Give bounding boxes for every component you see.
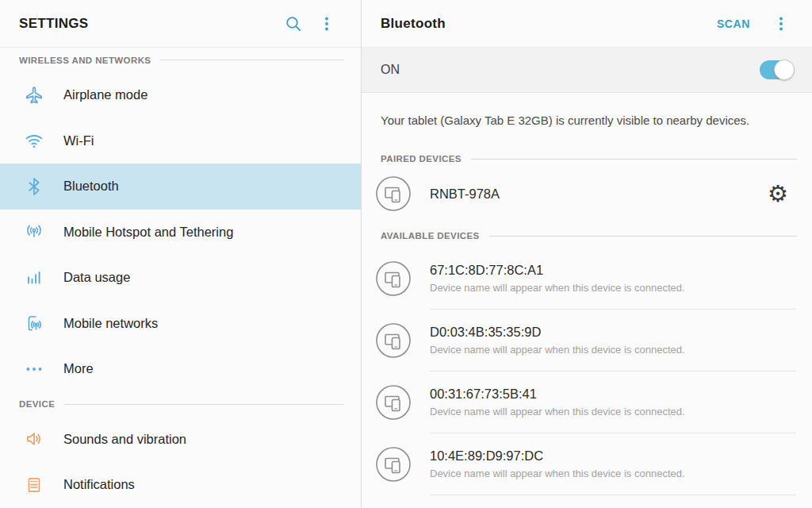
settings-panel: SETTINGS WIRELESS AND NETWORKS — [0, 0, 362, 508]
scan-button[interactable]: SCAN — [717, 17, 750, 30]
device-text: D0:03:4B:35:35:9D Device name will appea… — [430, 325, 685, 357]
section-label-available-devices: AVAILABLE DEVICES — [362, 217, 812, 248]
sidebar-item-label: Notifications — [63, 477, 135, 492]
device-mac: 67:1C:8D:77:8C:A1 — [430, 263, 685, 278]
bluetooth-menu-icon[interactable] — [771, 13, 791, 34]
visibility-row: Your tablet (Galaxy Tab E 32GB) is curre… — [362, 93, 812, 147]
more-dots-icon — [24, 359, 44, 379]
bluetooth-header: Bluetooth SCAN — [362, 0, 812, 48]
settings-app: SETTINGS WIRELESS AND NETWORKS — [0, 0, 812, 508]
device-icon — [375, 446, 412, 483]
data-usage-icon — [24, 267, 44, 288]
device-icon — [375, 175, 412, 212]
device-icon — [375, 260, 412, 297]
power-label: ON — [381, 63, 400, 77]
sidebar-item-label: More — [63, 361, 94, 376]
device-subtitle: Device name will appear when this device… — [430, 406, 685, 418]
section-label-wireless: WIRELESS AND NETWORKS — [0, 48, 361, 72]
device-text: 67:1C:8D:77:8C:A1 Device name will appea… — [430, 263, 685, 295]
device-subtitle: Device name will appear when this device… — [430, 282, 685, 294]
device-text: 00:31:67:73:5B:41 Device name will appea… — [430, 387, 685, 419]
sidebar-item-airplane-mode[interactable]: Airplane mode — [0, 72, 361, 118]
section-rule — [489, 236, 797, 237]
power-row: ON — [362, 48, 812, 93]
mobile-networks-icon — [24, 313, 44, 333]
speaker-icon — [24, 429, 44, 449]
visibility-text: Your tablet (Galaxy Tab E 32GB) is curre… — [381, 114, 749, 127]
sidebar-item-label: Airplane mode — [63, 87, 147, 102]
sidebar-item-label: Bluetooth — [63, 179, 119, 194]
device-icon — [375, 322, 412, 359]
paired-device-row[interactable]: RNBT-978A ⚙ — [362, 171, 812, 217]
bluetooth-title: Bluetooth — [381, 16, 717, 32]
available-device-row[interactable]: 10:4E:89:D9:97:DC Device name will appea… — [362, 433, 812, 495]
row-divider — [430, 495, 796, 495]
section-rule — [471, 159, 797, 160]
device-icon — [375, 384, 412, 421]
airplane-icon — [24, 85, 44, 106]
section-label-device: DEVICE — [0, 392, 361, 417]
section-rule — [160, 60, 343, 60]
device-mac: 00:31:67:73:5B:41 — [430, 387, 685, 402]
gear-icon[interactable]: ⚙ — [768, 183, 788, 206]
settings-header: SETTINGS — [0, 0, 361, 48]
wifi-icon — [24, 130, 44, 151]
sidebar-item-more[interactable]: More — [0, 346, 361, 392]
sidebar-item-sounds-vibration[interactable]: Sounds and vibration — [0, 417, 361, 463]
search-icon[interactable] — [283, 13, 304, 34]
device-mac: 10:4E:89:D9:97:DC — [430, 448, 685, 464]
section-rule — [64, 404, 343, 405]
sidebar-item-wifi[interactable]: Wi-Fi — [0, 118, 361, 164]
device-text: 10:4E:89:D9:97:DC Device name will appea… — [430, 448, 685, 481]
sidebar-item-label: Mobile networks — [63, 316, 158, 331]
notifications-icon — [24, 475, 44, 495]
toggle-knob — [774, 60, 795, 80]
bluetooth-toggle[interactable] — [760, 60, 793, 79]
settings-title: SETTINGS — [19, 16, 283, 32]
device-mac: D0:03:4B:35:35:9D — [430, 325, 685, 340]
available-device-row[interactable]: D0:03:4B:35:35:9D Device name will appea… — [362, 310, 812, 371]
sidebar-item-data-usage[interactable]: Data usage — [0, 255, 361, 301]
sidebar-item-label: Wi-Fi — [63, 133, 94, 148]
bluetooth-icon — [24, 176, 44, 197]
sidebar-item-notifications[interactable]: Notifications — [0, 462, 361, 508]
device-name: RNBT-978A — [430, 187, 768, 202]
sidebar-item-label: Mobile Hotspot and Tethering — [63, 225, 233, 240]
device-subtitle: Device name will appear when this device… — [430, 344, 685, 356]
device-subtitle: Device name will appear when this device… — [430, 468, 685, 479]
settings-menu-icon[interactable] — [316, 13, 337, 34]
sidebar-item-mobile-hotspot[interactable]: Mobile Hotspot and Tethering — [0, 210, 361, 256]
sidebar-item-bluetooth[interactable]: Bluetooth — [0, 164, 361, 210]
section-label-paired-devices: PAIRED DEVICES — [362, 147, 812, 171]
sidebar-item-label: Data usage — [63, 270, 130, 285]
available-device-row[interactable]: 00:31:67:73:5B:41 Device name will appea… — [362, 371, 812, 433]
sidebar-item-label: Sounds and vibration — [63, 432, 186, 447]
sidebar-item-mobile-networks[interactable]: Mobile networks — [0, 301, 361, 347]
hotspot-icon — [24, 221, 44, 242]
bluetooth-panel: Bluetooth SCAN ON Your tablet (Galaxy Ta… — [362, 0, 812, 508]
available-device-row[interactable]: 67:1C:8D:77:8C:A1 Device name will appea… — [362, 248, 812, 310]
